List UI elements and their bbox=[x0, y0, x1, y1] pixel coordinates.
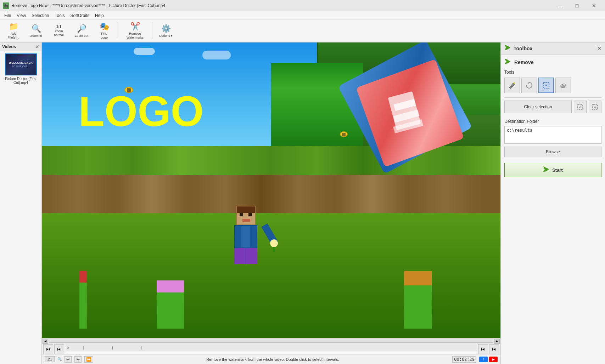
toolbox-arrow-icon: ⮞ bbox=[504, 45, 511, 52]
toolbox-body: ⮞ Remove Tools bbox=[501, 55, 605, 181]
smart-tool-button[interactable] bbox=[555, 78, 571, 93]
find-logo-icon: 🎭 bbox=[100, 22, 109, 31]
save-selection-icon bbox=[577, 103, 584, 110]
video-thumb-container: WELCOME BACK TO OUR CHA... Picture Docto… bbox=[0, 51, 41, 87]
destination-folder-section: Destination Folder c:\results Browse bbox=[504, 119, 601, 157]
title-text: Remove Logo Now! - ****Unregistered vers… bbox=[11, 3, 552, 8]
toolbar: 📁 AddFile(s)... 🔍 Zoom in 1:1 Zoomnormal… bbox=[0, 20, 605, 42]
add-files-button[interactable]: 📁 AddFile(s)... bbox=[3, 21, 24, 41]
ruler-mark-2: | bbox=[112, 346, 113, 349]
status-message: Remove the watermark from the whole vide… bbox=[93, 357, 452, 362]
zoom-out-button[interactable]: 🔎 Zoom out bbox=[71, 21, 92, 41]
pencil-tool-button[interactable] bbox=[504, 78, 520, 93]
status-bar: 1:1 🔍 ↩ ↪ ⏩ Remove the watermark from th… bbox=[42, 354, 500, 364]
video-area: LOGO bbox=[42, 42, 500, 364]
load-selection-button[interactable] bbox=[589, 101, 601, 113]
title-bar: 🎬 Remove Logo Now! - ****Unregistered ve… bbox=[0, 0, 605, 11]
menu-selection[interactable]: Selection bbox=[29, 12, 52, 19]
go-to-end-button[interactable]: ⏭ bbox=[489, 344, 499, 354]
toolbox-header: ⮞ Toolbox ✕ bbox=[501, 42, 605, 55]
remove-label: Remove bbox=[514, 59, 533, 65]
menu-bar: File View Selection Tools SoftOrbits Hel… bbox=[0, 11, 605, 20]
redo-icon[interactable]: ↪ bbox=[74, 356, 82, 363]
pencil-icon bbox=[508, 81, 516, 89]
toolbox-panel: ⮞ Toolbox ✕ ⮞ Remove Tools bbox=[500, 42, 605, 364]
rotate-icon bbox=[525, 81, 533, 89]
youtube-icon[interactable]: ▶ bbox=[489, 357, 498, 362]
remove-watermarks-button[interactable]: ✂️ Remove Watermarks bbox=[121, 21, 149, 41]
go-to-start-button[interactable]: ⏮ bbox=[43, 344, 53, 354]
maximize-button[interactable]: □ bbox=[569, 1, 585, 11]
character-steve bbox=[234, 206, 257, 264]
scroll-track[interactable] bbox=[49, 340, 493, 343]
video-frame: LOGO bbox=[42, 42, 500, 338]
prev-key-button[interactable]: ⏭ bbox=[54, 344, 64, 354]
tools-divider bbox=[504, 97, 601, 98]
remove-arrow-icon: ⮞ bbox=[504, 58, 511, 66]
menu-file[interactable]: File bbox=[1, 12, 14, 19]
toolbar-separator bbox=[118, 22, 118, 39]
zoom-normal-button[interactable]: 1:1 Zoomnormal bbox=[48, 21, 69, 41]
clear-selection-button[interactable]: Clear selection bbox=[504, 101, 572, 113]
rectangle-tool-button[interactable] bbox=[538, 78, 554, 93]
zoom-icon: 🔍 bbox=[57, 357, 62, 361]
toolbox-title: ⮞ Toolbox bbox=[504, 45, 532, 52]
video-viewport[interactable]: LOGO bbox=[42, 42, 500, 338]
window-controls: ─ □ ✕ bbox=[552, 1, 602, 11]
menu-help[interactable]: Help bbox=[92, 12, 107, 19]
destination-folder-input[interactable]: c:\results bbox=[504, 126, 601, 144]
remove-watermarks-icon: ✂️ bbox=[130, 22, 140, 31]
zoom-level: 1:1 bbox=[45, 356, 55, 362]
zoom-in-button[interactable]: 🔍 Zoom in bbox=[26, 21, 47, 41]
load-selection-icon bbox=[592, 103, 599, 110]
forward-icon[interactable]: ⏩ bbox=[84, 356, 93, 363]
ruler-mark-0: 0 bbox=[67, 346, 69, 349]
minimize-button[interactable]: ─ bbox=[552, 1, 568, 11]
status-left: 1:1 🔍 ↩ ↪ ⏩ bbox=[45, 356, 93, 363]
right-playback-controls: ⏭ ⏭ bbox=[477, 343, 500, 356]
logo-text-overlay: LOGO bbox=[79, 87, 204, 136]
close-videos-panel-button[interactable]: ✕ bbox=[35, 44, 39, 50]
app-icon: 🎬 bbox=[3, 2, 9, 9]
status-right: 00:02:29 f ▶ bbox=[452, 356, 498, 363]
videos-header: Videos ✕ bbox=[0, 42, 41, 51]
zoom-normal-label: Zoomnormal bbox=[54, 29, 64, 37]
videos-panel-title: Videos bbox=[2, 44, 16, 49]
bee-2 bbox=[340, 131, 348, 137]
save-selection-button[interactable] bbox=[574, 101, 587, 113]
toolbox-title-label: Toolbox bbox=[514, 46, 532, 51]
menu-view[interactable]: View bbox=[14, 12, 29, 19]
destination-folder-label: Destination Folder bbox=[504, 119, 601, 124]
videos-panel: Videos ✕ WELCOME BACK TO OUR CHA... Pict… bbox=[0, 42, 42, 364]
tools-section-label: Tools bbox=[504, 70, 601, 75]
video-file-name: Picture Doctor (First Cut).mp4 bbox=[2, 77, 39, 85]
close-button[interactable]: ✕ bbox=[586, 1, 602, 11]
social-icons: f ▶ bbox=[479, 357, 498, 362]
find-logo-button[interactable]: 🎭 FindLogo bbox=[94, 21, 115, 41]
options-label: Options ▾ bbox=[159, 34, 173, 38]
options-button[interactable]: ⚙️ Options ▾ bbox=[155, 21, 177, 41]
timeline-controls-row: ⏮ ⏭ 0 | | | ⏭ ⏭ bbox=[42, 344, 500, 354]
horizontal-scrollbar[interactable]: ◀ ▶ bbox=[42, 338, 500, 344]
undo-icon[interactable]: ↩ bbox=[65, 356, 72, 363]
options-icon: ⚙️ bbox=[161, 24, 171, 33]
rotate-tool-button[interactable] bbox=[521, 78, 537, 93]
zoom-out-icon: 🔎 bbox=[77, 24, 86, 33]
menu-tools[interactable]: Tools bbox=[52, 12, 68, 19]
video-thumbnail[interactable]: WELCOME BACK TO OUR CHA... bbox=[5, 53, 37, 75]
find-logo-label: FindLogo bbox=[101, 32, 108, 40]
next-key-button[interactable]: ⏭ bbox=[478, 344, 488, 354]
browse-button[interactable]: Browse bbox=[504, 147, 601, 157]
zoom-normal-ratio: 1:1 bbox=[56, 25, 61, 29]
timeline-track[interactable]: 0 | | | bbox=[66, 344, 477, 354]
tools-row bbox=[504, 78, 601, 93]
svg-marker-0 bbox=[528, 83, 530, 84]
start-button[interactable]: ⮞ Start bbox=[504, 163, 601, 177]
timecode: 00:02:29 bbox=[452, 356, 476, 363]
facebook-icon[interactable]: f bbox=[479, 357, 488, 362]
rectangle-select-icon bbox=[542, 81, 550, 89]
menu-softorbits[interactable]: SoftOrbits bbox=[68, 12, 92, 19]
svg-rect-2 bbox=[545, 85, 547, 86]
close-toolbox-button[interactable]: ✕ bbox=[597, 46, 601, 51]
ruler-mark-3: | bbox=[141, 346, 142, 349]
